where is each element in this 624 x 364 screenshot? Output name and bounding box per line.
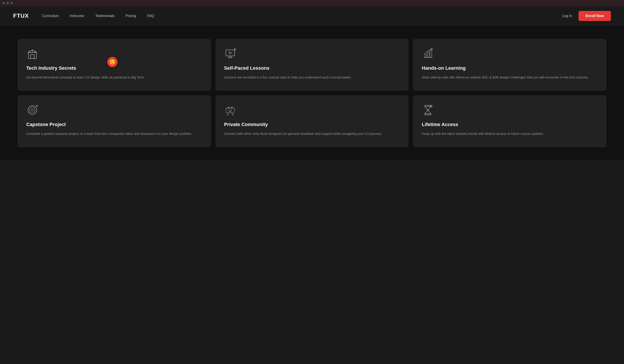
card-self-paced-lessons: Self-Paced Lessons Lessons are recorded …	[215, 39, 409, 91]
card-capstone-project-title: Capstone Project	[26, 121, 202, 128]
svg-rect-1	[31, 55, 34, 59]
card-capstone-project: Capstone Project Complete a guided capst…	[18, 95, 211, 147]
card-private-community-desc: Connect with other entry-level designers…	[224, 131, 400, 137]
svg-rect-9	[425, 54, 427, 57]
card-private-community-title: Private Community	[224, 121, 400, 128]
handshake-icon	[224, 104, 400, 116]
nav-links: Curriculum Instructor Testimonials Prici…	[42, 14, 562, 18]
card-hands-on-learning-desc: Work side-by-side with Aliena on realist…	[422, 74, 598, 80]
card-hands-on-learning: Hands-on Learning Work side-by-side with…	[413, 39, 606, 91]
floating-emoji-indicator: 😊	[107, 57, 118, 67]
card-lifetime-access-desc: Keep up with the latest industry trends …	[422, 131, 598, 137]
svg-point-13	[28, 106, 37, 115]
card-private-community: Private Community Connect with other ent…	[215, 95, 409, 147]
svg-line-26	[431, 106, 432, 107]
card-lifetime-access: Lifetime Access Keep up with the latest …	[413, 95, 606, 147]
enroll-now-button[interactable]: Enroll Now	[578, 11, 611, 21]
main-content: 😊 Tech Industry Secrets Go beyond theore…	[0, 26, 624, 160]
navbar: FTUX Curriculum Instructor Testimonials …	[0, 6, 624, 26]
emoji-face-icon: 😊	[109, 59, 116, 65]
svg-point-14	[29, 107, 35, 113]
browser-dot-1	[3, 2, 5, 4]
svg-rect-3	[226, 50, 234, 56]
login-link[interactable]: Log In	[562, 14, 572, 18]
svg-rect-10	[427, 52, 429, 57]
feature-cards-grid: Tech Industry Secrets Go beyond theoreti…	[18, 39, 606, 147]
svg-point-15	[31, 109, 33, 111]
svg-line-5	[231, 56, 232, 58]
nav-link-testimonials[interactable]: Testimonials	[95, 14, 115, 18]
card-tech-industry-secrets-desc: Go beyond theoretical concepts to learn …	[26, 74, 202, 80]
browser-dot-3	[10, 2, 13, 4]
browser-chrome	[0, 0, 624, 6]
svg-line-4	[229, 56, 229, 58]
svg-line-16	[36, 105, 37, 107]
hourglass-icon	[422, 104, 598, 116]
card-capstone-project-desc: Complete a guided capstone project on a …	[26, 131, 202, 137]
nav-link-instructor[interactable]: Instructor	[70, 14, 84, 18]
nav-actions: Log In Enroll Now	[562, 11, 611, 21]
card-hands-on-learning-title: Hands-on Learning	[422, 65, 598, 72]
card-self-paced-lessons-title: Self-Paced Lessons	[224, 65, 400, 72]
svg-rect-22	[425, 114, 431, 115]
svg-point-20	[233, 114, 233, 115]
svg-point-19	[227, 114, 228, 115]
card-lifetime-access-title: Lifetime Access	[422, 121, 598, 128]
target-icon	[26, 104, 202, 116]
svg-rect-0	[28, 52, 36, 59]
nav-logo[interactable]: FTUX	[13, 12, 29, 19]
browser-dot-2	[6, 2, 9, 4]
svg-rect-21	[425, 105, 431, 107]
monitor-icon	[224, 48, 400, 60]
nav-link-pricing[interactable]: Pricing	[126, 14, 136, 18]
nav-link-curriculum[interactable]: Curriculum	[42, 14, 59, 18]
card-self-paced-lessons-desc: Lessons are recorded in a fun, tutorial …	[224, 74, 400, 80]
chart-icon	[422, 48, 598, 60]
svg-rect-11	[430, 50, 432, 57]
nav-link-faq[interactable]: FAQ	[147, 14, 154, 18]
